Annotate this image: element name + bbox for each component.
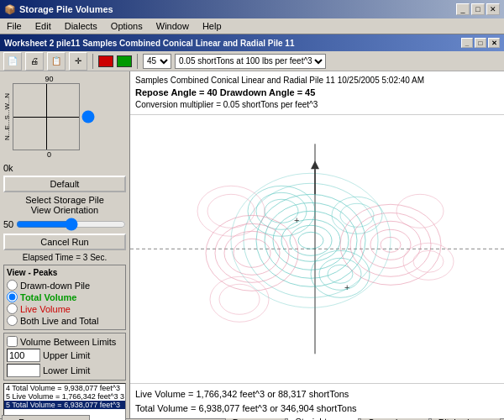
worksheet-title-buttons: _ □ ✕	[461, 38, 500, 48]
lower-limit-row: Lower Limit	[7, 364, 123, 377]
menu-dialects[interactable]: Dialects	[61, 20, 101, 32]
right-content: Samples Combined Conical Linear and Radi…	[130, 71, 504, 418]
worksheet-title-bar: Worksheet 2 pile11 Samples Combined Coni…	[0, 34, 504, 51]
menu-window[interactable]: Window	[153, 20, 192, 32]
default-button[interactable]: Default	[3, 176, 126, 192]
svg-point-5	[265, 203, 357, 279]
vertical-slider-right[interactable]	[81, 87, 95, 146]
unit-dropdown[interactable]: 0.05 shortTons at 100 lbs per feet^3	[175, 54, 326, 69]
left-panel: 90 N...E...S...W...N 0 0k Default Select…	[0, 71, 130, 418]
menu-edit[interactable]: Edit	[32, 20, 55, 32]
volume-limits-label: Volume Between Limits	[20, 337, 116, 347]
toolbar-sep-1	[92, 54, 93, 69]
svg-point-21	[215, 224, 289, 283]
svg-text:+: +	[294, 216, 299, 226]
horizontal-slider[interactable]	[16, 218, 126, 231]
viz-header: Samples Combined Conical Linear and Radi…	[130, 71, 504, 115]
svg-point-30	[207, 195, 255, 228]
radio-total-vol-label: Total Volume	[20, 292, 76, 302]
slider-label-0k: 0k	[3, 163, 13, 173]
svg-point-13	[311, 251, 370, 298]
select-storage-label: Select Storage Pile View Orientation	[3, 195, 126, 215]
volume-limits-checkbox[interactable]	[7, 336, 18, 347]
upper-limit-row: Upper Limit	[7, 349, 123, 362]
vol-item-0[interactable]: 4 Total Volume = 9,938,077 feet^3	[4, 384, 125, 392]
toolbar-btn-2[interactable]: 🖨	[25, 52, 44, 71]
svg-point-31	[210, 277, 269, 323]
lower-limit-input[interactable]	[7, 364, 40, 377]
radio-both-input[interactable]	[7, 315, 18, 326]
minimize-btn[interactable]: _	[456, 3, 470, 15]
compass-mid: N...E...S...W...N	[3, 83, 95, 150]
compass-nsw-label: N...E...S...W...N	[3, 93, 11, 140]
main-layout: 90 N...E...S...W...N 0 0k Default Select…	[0, 71, 504, 418]
live-volume-text: Live Volume = 1,766,342 feet^3 or 88,317…	[135, 387, 499, 402]
view-peaks-title: View - Peaks	[7, 268, 123, 277]
svg-point-18	[244, 184, 378, 298]
title-bar-buttons: _ □ ✕	[456, 3, 500, 15]
radio-drawn-down: Drawn-down Pile	[7, 280, 123, 291]
slider-50-row: 50	[3, 218, 126, 231]
svg-point-32	[219, 285, 260, 315]
repose-angle-line: Repose Angle = 40 Drawdown Angle = 45	[135, 87, 499, 99]
view-peaks-section: View - Peaks Drawn-down Pile Total Volum…	[3, 265, 126, 330]
svg-point-9	[298, 233, 323, 249]
svg-container: + +	[130, 115, 504, 383]
menu-options[interactable]: Options	[108, 20, 146, 32]
toolbar-btn-1[interactable]: 📄	[3, 52, 22, 71]
pile-visualization-svg: + +	[130, 115, 504, 383]
ws-minimize-btn[interactable]: _	[461, 38, 473, 48]
toolbar-btn-4[interactable]: ✛	[69, 52, 87, 71]
radio-both: Both Live and Total	[7, 315, 123, 326]
radio-total-vol-input[interactable]	[7, 291, 18, 302]
elapsed-time: Elapsed Time = 3 Sec.	[3, 253, 126, 262]
angle-dropdown[interactable]: 45 30 35 40 50	[143, 54, 171, 69]
svg-point-8	[290, 226, 332, 256]
toolbar-btn-3[interactable]: 📋	[47, 52, 66, 71]
app-title: Storage Pile Volumes	[19, 4, 113, 14]
upper-limit-input[interactable]	[7, 349, 40, 362]
toolbar-sep-2	[137, 54, 138, 69]
ws-close-btn[interactable]: ✕	[488, 38, 500, 48]
cancel-run-button[interactable]: Cancel Run	[3, 234, 126, 250]
menu-file[interactable]: File	[3, 20, 25, 32]
viz-header-title: Samples Combined Conical Linear and Radi…	[135, 75, 499, 87]
svg-point-14	[319, 259, 361, 291]
color-box-green[interactable]	[117, 55, 132, 67]
volume-limits-checkbox-row: Volume Between Limits	[7, 336, 123, 347]
ws-maximize-btn[interactable]: □	[475, 38, 486, 48]
slider-50-val: 50	[3, 219, 13, 229]
compass-line-h	[13, 117, 79, 118]
radio-both-label: Both Live and Total	[20, 316, 98, 326]
upper-limit-label: Upper Limit	[43, 350, 90, 360]
svg-point-7	[281, 220, 340, 262]
menu-help[interactable]: Help	[199, 20, 225, 32]
tab-run-calculation[interactable]: ▶ Run Calculation	[2, 415, 90, 420]
inner-toolbar: 📄 🖨 📋 ✛ 45 30 35 40 50 0.05 shortTons at…	[0, 51, 504, 71]
vol-text-area: Live Volume = 1,766,342 feet^3 or 88,317…	[130, 383, 504, 418]
radio-drawn-down-label: Drawn-down Pile	[20, 281, 90, 291]
radio-drawn-down-input[interactable]	[7, 280, 18, 291]
slider-labels: 0k	[3, 163, 126, 173]
close-btn[interactable]: ✕	[486, 3, 500, 15]
radio-live-vol: Live Volume	[7, 303, 123, 314]
radio-total-vol: Total Volume	[7, 291, 123, 302]
svg-marker-37	[311, 161, 319, 170]
compass-north-top: 90	[45, 75, 53, 83]
compass-section: 90 N...E...S...W...N 0	[3, 75, 126, 159]
title-bar: 📦 Storage Pile Volumes _ □ ✕	[0, 0, 504, 18]
color-box-red[interactable]	[98, 55, 113, 67]
total-volume-text: Total Volume = 6,938,077 feet^3 or 346,9…	[135, 402, 499, 416]
svg-point-6	[273, 212, 349, 270]
svg-point-34	[413, 251, 444, 273]
maximize-btn[interactable]: □	[471, 3, 485, 15]
svg-point-33	[403, 244, 454, 281]
vol-item-2[interactable]: 5 Total Volume = 6,938,077 feet^3	[4, 401, 125, 409]
lower-limit-label: Lower Limit	[43, 365, 90, 375]
menu-bar: File Edit Dialects Options Window Help	[0, 18, 504, 34]
volume-limits-section: Volume Between Limits Upper Limit Lower …	[3, 333, 126, 381]
radio-live-vol-label: Live Volume	[20, 304, 71, 314]
compass-box[interactable]	[13, 83, 80, 150]
vol-item-1[interactable]: 5 Live Volume = 1,766,342 feet^3 3	[4, 392, 125, 401]
radio-live-vol-input[interactable]	[7, 303, 18, 314]
